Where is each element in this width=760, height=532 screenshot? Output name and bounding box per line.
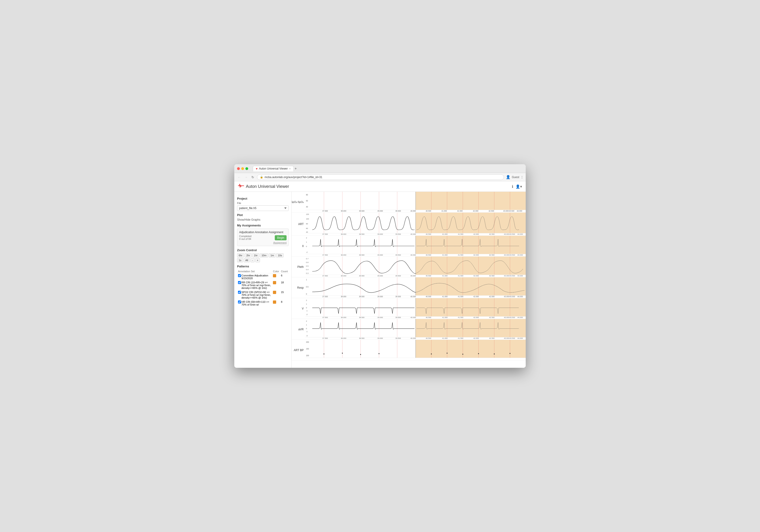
new-tab-button[interactable]: + <box>295 167 297 171</box>
svg-text:43.500: 43.500 <box>509 254 515 256</box>
svg-point-252 <box>360 354 361 355</box>
url-bar[interactable]: 🔒 mcba.autonlab.org/auv/project?id=1#fil… <box>257 174 504 180</box>
tab-close-icon[interactable]: × <box>289 167 291 170</box>
chart-canvas-spo2[interactable]: 80 60 40 37.500 38.000 38.500 39.000 39.… <box>306 192 526 212</box>
sidebar: Project File patient_file.h5 Plot Show/H… <box>234 192 292 368</box>
svg-text:41.000: 41.000 <box>442 337 448 339</box>
svg-text:2: 2 <box>306 299 307 301</box>
zoom-10m[interactable]: 10m <box>260 253 268 258</box>
svg-text:38.500: 38.500 <box>359 210 364 212</box>
svg-text:40.500: 40.500 <box>426 316 431 318</box>
pattern-checkbox-0[interactable] <box>238 274 241 277</box>
assignment-box: Adjudication Annotation Assignment Compl… <box>237 228 289 246</box>
svg-text:60: 60 <box>306 227 308 229</box>
svg-text:43.500: 43.500 <box>509 296 515 298</box>
zoom-10s[interactable]: 10s <box>276 253 284 258</box>
refresh-button[interactable]: ↻ <box>251 175 255 179</box>
chart-row-v: V <box>292 298 526 319</box>
svg-text:38.000: 38.000 <box>341 337 347 339</box>
chart-canvas-ii[interactable]: 2 1 0 -2 37.500 38.000 38.500 <box>306 236 526 256</box>
svg-text:42.000: 42.000 <box>473 254 479 256</box>
svg-text:40.500: 40.500 <box>426 233 431 235</box>
svg-text:43.000: 43.000 <box>503 210 509 212</box>
svg-text:42.500: 42.500 <box>489 254 495 256</box>
svg-text:42.500: 42.500 <box>489 337 495 339</box>
patterns-section-title: Patterns <box>237 265 289 268</box>
svg-text:44.000: 44.000 <box>517 337 523 339</box>
chart-canvas-v[interactable]: 2 1 0 -1 -2 37.500 38.000 38.500 <box>306 298 526 319</box>
chart-label-resp: Resp <box>292 277 306 298</box>
fullscreen-button[interactable] <box>245 167 248 170</box>
svg-text:43.500: 43.500 <box>509 210 514 212</box>
menu-icon[interactable]: ⋮ <box>521 175 523 179</box>
browser-window: ♥ Auton Universal Viewer × + ← → ↻ 🔒 mcb… <box>234 164 526 368</box>
zoom-1s[interactable]: 1s <box>237 258 243 262</box>
forward-button[interactable]: → <box>244 175 249 179</box>
chart-canvas-resp[interactable]: 1 0.5 0 37.500 38.000 38.500 39.000 39.5… <box>306 277 526 298</box>
pattern-checkbox-2[interactable] <box>238 291 241 294</box>
assignment-link[interactable]: Assignment <box>239 241 287 244</box>
zoom-6hr[interactable]: 6hr <box>237 253 244 258</box>
zoom-minus[interactable]: - <box>251 258 255 262</box>
pattern-label-0: Committee Adjudication 9/23/2020 <box>241 274 271 280</box>
svg-text:41.000: 41.000 <box>442 316 448 318</box>
svg-text:41.000: 41.000 <box>442 296 448 298</box>
svg-text:42.000: 42.000 <box>473 316 479 318</box>
begin-button[interactable]: Begin <box>275 235 287 240</box>
show-hide-graphs-link[interactable]: Show/Hide Graphs <box>237 218 289 221</box>
svg-point-251 <box>342 353 343 354</box>
zoom-1hr[interactable]: 1hr <box>252 253 259 258</box>
chart-label-spo2: SpO₂·SpO₂ <box>292 192 306 212</box>
svg-text:42.000: 42.000 <box>473 337 479 339</box>
chart-canvas-artbp[interactable]: 200 150 100 <box>306 340 526 361</box>
address-bar: ← → ↻ 🔒 mcba.autonlab.org/auv/project?id… <box>234 173 526 181</box>
pattern-checkbox-3[interactable] <box>238 301 241 304</box>
zoom-2hr[interactable]: 2hr <box>245 253 252 258</box>
close-button[interactable] <box>237 167 240 170</box>
zoom-plus[interactable]: + <box>255 258 260 262</box>
chart-area[interactable]: SpO₂·SpO₂ <box>292 192 526 368</box>
svg-text:41.000: 41.000 <box>442 210 447 212</box>
chart-canvas-art[interactable]: 120 100 80 60 40 37.500 38.000 <box>306 213 526 235</box>
zoom-1m[interactable]: 1m <box>269 253 275 258</box>
svg-text:40.000: 40.000 <box>410 254 416 256</box>
user-area: 👤 Guest ⋮ <box>506 175 523 179</box>
chart-label-art: ART <box>292 213 306 235</box>
chart-label-v: V <box>292 298 306 319</box>
pattern-checkbox-1[interactable] <box>238 281 241 284</box>
svg-text:37.500: 37.500 <box>322 275 328 277</box>
svg-text:2: 2 <box>306 320 307 322</box>
svg-text:60: 60 <box>306 200 308 202</box>
svg-text:2: 2 <box>306 237 307 239</box>
svg-text:39.000: 39.000 <box>377 296 383 298</box>
svg-text:-2: -2 <box>306 314 308 315</box>
active-tab[interactable]: ♥ Auton Universal Viewer × <box>253 166 294 171</box>
minimize-button[interactable] <box>241 167 244 170</box>
svg-text:39.500: 39.500 <box>396 254 401 256</box>
zoom-all[interactable]: All <box>244 258 250 262</box>
svg-text:40.000: 40.000 <box>410 275 416 277</box>
pattern-count-3: 8 <box>280 300 289 307</box>
svg-text:42.000: 42.000 <box>473 296 479 298</box>
svg-text:42.000: 42.000 <box>473 275 479 277</box>
info-icon[interactable]: ℹ <box>512 184 513 189</box>
svg-text:40.500: 40.500 <box>426 210 431 212</box>
svg-text:41.500: 41.500 <box>458 337 463 339</box>
back-button[interactable]: ← <box>237 175 242 179</box>
chart-canvas-pleth[interactable]: 0.7 0.6 0.5 0.4 0.3 37.500 38.000 <box>306 257 526 277</box>
user-menu-icon[interactable]: 👤▾ <box>515 184 522 189</box>
chart-label-pleth: Pleth <box>292 257 306 277</box>
svg-text:38.000: 38.000 <box>341 210 347 212</box>
svg-point-259 <box>509 353 510 354</box>
col-color: Color <box>272 269 280 273</box>
svg-text:38.500: 38.500 <box>359 254 364 256</box>
patterns-table: Annotation Set Color Count Committee Adj… <box>237 269 289 307</box>
svg-text:41.500: 41.500 <box>458 275 463 277</box>
svg-text:42.500: 42.500 <box>489 316 495 318</box>
file-select[interactable]: patient_file.h5 <box>237 205 289 211</box>
svg-text:43.000: 43.000 <box>504 254 509 256</box>
col-count: Count <box>280 269 289 273</box>
svg-text:1: 1 <box>306 241 307 243</box>
svg-text:39.500: 39.500 <box>396 210 401 212</box>
chart-canvas-avr[interactable]: 2 1 0 -1 -3 37.500 38.000 38.500 <box>306 319 526 340</box>
